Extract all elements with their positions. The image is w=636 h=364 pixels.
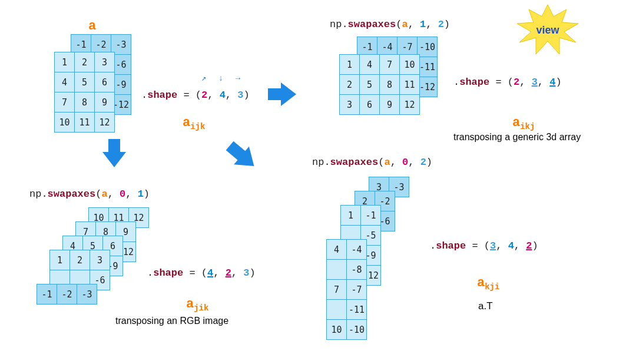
caption-s01: transposing an RGB image	[115, 316, 228, 326]
arrow-diag-icon	[224, 139, 259, 172]
shape-s02: .shape = (3, 4, 2)	[430, 240, 538, 252]
arrow-right-icon	[268, 81, 297, 107]
arrow-down-icon	[101, 139, 127, 168]
matrix-s12-front: 14710 25811 36912	[339, 54, 420, 115]
matrix-s01-front: -1-2-3	[37, 284, 97, 305]
tensor-index-ikj: aikj	[512, 115, 535, 131]
call-swap01: np.swapaxes(a, 0, 1)	[29, 188, 150, 200]
tensor-index-ijk: aijk	[183, 115, 205, 131]
caption-aT: a.T	[478, 300, 493, 312]
call-swap12: np.swapaxes(a, 1, 2)	[330, 19, 450, 30]
view-badge: view	[512, 4, 583, 57]
view-badge-label: view	[536, 24, 559, 37]
call-swap02: np.swapaxes(a, 0, 2)	[312, 157, 432, 168]
shape-s12: .shape = (2, 3, 4)	[453, 77, 562, 88]
svg-marker-0	[268, 82, 296, 106]
tensor-label-a: a	[88, 19, 96, 34]
svg-marker-2	[224, 139, 259, 172]
svg-marker-1	[102, 139, 126, 167]
matrix-s02-front: 4-4 -8 7-7 -11 10-10	[326, 239, 367, 340]
caption-s12: transposing a generic 3d array	[453, 132, 581, 143]
arrow-diag-icon: ↗	[201, 73, 206, 83]
shape-original: .shape = (2, 4, 3)	[141, 90, 250, 101]
arrow-right-icon: →	[236, 74, 240, 83]
shape-s01: .shape = (4, 2, 3)	[147, 267, 256, 279]
matrix-a-front: 123 456 789 101112	[54, 52, 115, 133]
axis-arrows-icon: ↗ ↓ →	[198, 73, 244, 83]
tensor-index-kji: akji	[477, 276, 499, 292]
arrow-down-icon: ↓	[218, 74, 223, 83]
tensor-index-jik: ajik	[186, 297, 208, 313]
